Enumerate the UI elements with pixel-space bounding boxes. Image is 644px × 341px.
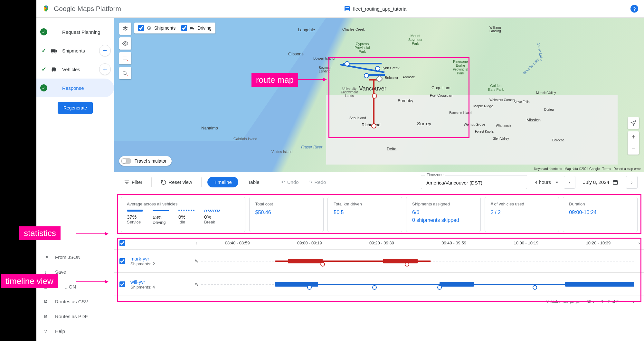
edit-icon[interactable]: ✎ <box>194 259 198 264</box>
timeline-row: will-yvr Shipments: 4 ✎ <box>114 273 644 296</box>
left-black-bar <box>0 0 36 341</box>
timeline-bar-area[interactable] <box>201 273 634 296</box>
timeline-bar-area[interactable] <box>201 250 634 272</box>
timeline-stop-icon[interactable] <box>307 285 312 289</box>
routes-pdf-button[interactable]: 🗎Routes as PDF <box>36 309 114 324</box>
help-button[interactable]: ?Help <box>36 324 114 338</box>
timeline-stop-icon[interactable] <box>320 262 325 266</box>
timeline-scroll-right[interactable]: › <box>634 241 644 246</box>
map-label: Gabriola Island <box>233 137 257 141</box>
map-layer-button[interactable] <box>119 23 131 35</box>
vehicle-name[interactable]: will-yvr <box>130 279 192 285</box>
map-select-button[interactable] <box>119 52 131 64</box>
map-label: Langdale <box>298 27 315 32</box>
map-label: Lynn Creek <box>382 66 400 70</box>
map-label: Golden Ears Park <box>488 84 504 91</box>
route-node-icon <box>364 73 369 78</box>
shipments-icon <box>50 47 58 54</box>
reset-view-button[interactable]: Reset view <box>157 177 195 187</box>
map-label: Whonnock <box>496 124 511 128</box>
check-icon: ✓ <box>40 84 47 91</box>
from-json-button[interactable]: ⇥From JSON <box>36 250 114 264</box>
annotation-arrow <box>297 79 326 80</box>
row-checkbox[interactable] <box>119 281 125 287</box>
add-shipment-button[interactable]: + <box>99 45 111 56</box>
route-node-icon <box>371 123 376 128</box>
timeline-stop-icon[interactable] <box>372 285 377 289</box>
shipment-icon <box>147 25 152 31</box>
routes-csv-button[interactable]: 🗎Routes as CSV <box>36 294 114 309</box>
timeline-tab[interactable]: Timeline <box>207 177 238 187</box>
page-next-button[interactable]: › <box>633 299 634 304</box>
timeline-stop-icon[interactable] <box>533 285 537 289</box>
map-label: Cypress Provincial Park <box>353 42 372 53</box>
sidebar-bottom: ⇥From JSON ↓Save 🗎...ON 🗎Routes as CSV 🗎… <box>36 247 114 341</box>
table-tab[interactable]: Table <box>242 177 266 187</box>
vehicle-shipments: Shipments: 4 <box>130 285 192 289</box>
add-vehicle-button[interactable]: + <box>99 63 111 75</box>
hours-select[interactable]: 4 hours <box>530 176 561 188</box>
annotation-arrow <box>76 233 108 234</box>
date-picker[interactable]: July 8, 2024 <box>579 176 623 188</box>
nav-request-planning[interactable]: ✓ Request Planning <box>36 23 114 41</box>
zoom-out-button[interactable]: − <box>628 143 639 155</box>
maps-logo-icon <box>42 5 50 13</box>
help-icon[interactable]: ? <box>630 5 638 13</box>
nav-shipments[interactable]: ✓ Shipments + <box>36 41 114 60</box>
driving-toggle[interactable]: Driving <box>181 25 212 31</box>
svg-point-7 <box>52 52 53 53</box>
date-prev-button[interactable]: ‹ <box>564 176 575 189</box>
map-label: Burnaby <box>398 98 413 103</box>
timeline-scroll-left[interactable]: ‹ <box>192 241 201 246</box>
nav-vehicles[interactable]: ✓ Vehicles + <box>36 60 114 79</box>
map-label: Forest Knolls <box>475 130 494 133</box>
regenerate-button[interactable]: Regenerate <box>58 102 93 114</box>
map[interactable]: Vancouver Burnaby Surrey Richmond Coquit… <box>114 18 644 172</box>
timeline-time-label: 09:00 - 09:19 <box>273 241 346 245</box>
vehicle-shipments: Shipments: 2 <box>130 261 192 266</box>
stat-shipments-assigned: Shipments assigned6/60 shipments skipped <box>406 197 481 232</box>
page-size-select[interactable]: 50 ▾ <box>587 299 595 304</box>
zoom-in-button[interactable]: + <box>628 131 639 143</box>
timeline-time-label: 10:20 - 10:39 <box>562 241 634 245</box>
map-polygon-button[interactable] <box>119 67 131 79</box>
map-label: Anmore <box>402 75 415 79</box>
truck-icon <box>190 25 195 31</box>
row-checkbox[interactable] <box>119 258 125 264</box>
map-label: Coquitlam <box>431 85 450 90</box>
filter-icon <box>124 179 130 185</box>
map-label: Seymour Landing <box>319 66 335 73</box>
select-all-checkbox[interactable] <box>119 240 125 246</box>
nav-response[interactable]: ✓ Response <box>36 79 114 97</box>
map-locate-button[interactable] <box>628 117 639 129</box>
stats-row: Average across all vehicles 37%Service 6… <box>114 192 644 237</box>
filter-button[interactable]: Filter <box>121 177 146 187</box>
undo-button[interactable]: ↶Undo <box>278 177 302 187</box>
annotation-timeline-label: timeline view <box>1 274 58 288</box>
travel-simulator-toggle[interactable]: Travel simulator <box>119 156 172 166</box>
header-title: Google Maps Platform <box>54 5 121 13</box>
timeline-stop-icon[interactable] <box>405 262 409 266</box>
timezone-field[interactable]: Timezone America/Vancouver (DST) <box>421 175 527 189</box>
date-next-button[interactable]: › <box>626 176 638 189</box>
map-label: Mission <box>526 118 541 122</box>
doc-name[interactable]: fleet_routing_app_tutorial <box>353 6 407 12</box>
svg-point-8 <box>55 52 56 53</box>
timeline-header: ‹ 08:40 - 08:5909:00 - 09:1909:20 - 09:3… <box>114 237 644 250</box>
redo-button[interactable]: ↷Redo <box>305 177 329 187</box>
timeline-row: mark-yvr Shipments: 2 ✎ <box>114 250 644 273</box>
svg-point-17 <box>193 29 194 30</box>
stat-duration: Duration09:00-10:24 <box>563 197 638 232</box>
vehicle-name[interactable]: mark-yvr <box>130 256 192 261</box>
map-label: Glen Valley <box>493 137 509 140</box>
avg-service: 37%Service <box>127 210 143 225</box>
map-visibility-button[interactable] <box>119 37 131 50</box>
svg-rect-5 <box>51 49 56 52</box>
shipments-toggle[interactable]: Shipments <box>138 25 175 31</box>
import-icon: ⇥ <box>42 253 49 260</box>
svg-rect-6 <box>56 50 57 52</box>
undo-icon: ↶ <box>281 179 285 185</box>
timeline-stop-icon[interactable] <box>437 285 442 289</box>
edit-icon[interactable]: ✎ <box>194 282 198 287</box>
page-prev-button[interactable]: ‹ <box>625 299 626 304</box>
